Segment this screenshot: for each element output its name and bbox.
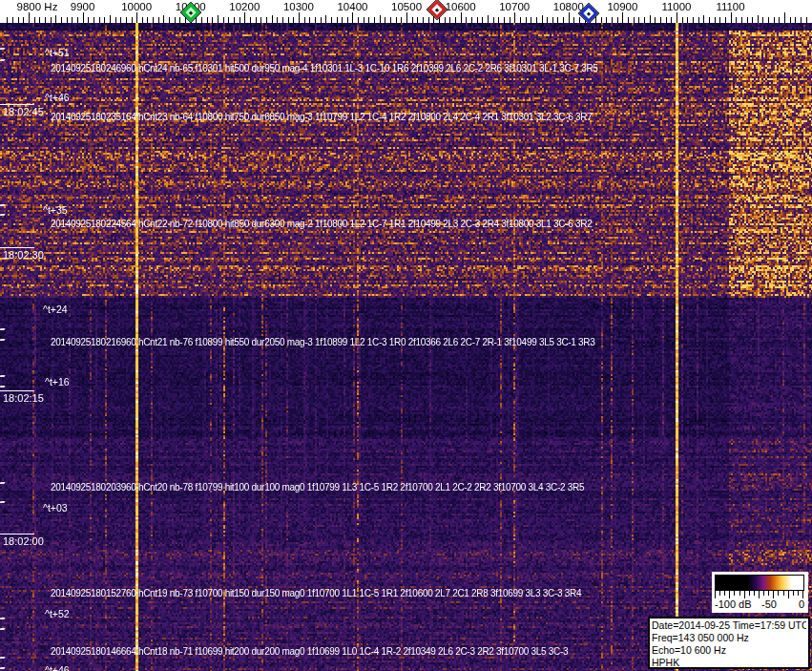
time-tick-line <box>0 247 34 248</box>
info-freq-line: Freq=143 050 000 Hz <box>652 632 806 644</box>
db-ruler-tick <box>754 591 755 596</box>
db-ruler-tick <box>778 591 779 596</box>
time-tick-line <box>0 104 34 105</box>
db-ruler-tick <box>729 591 730 598</box>
db-label-min: -100 dB <box>715 598 752 610</box>
event-data-line: 20140925180246960 hCnt24 nb-65 f10301 hi… <box>51 63 598 73</box>
db-ruler-tick <box>802 591 803 598</box>
event-time-marker: ^t+24 <box>43 304 68 315</box>
db-ruler-tick <box>759 591 760 598</box>
color-gradient-bar <box>715 575 804 591</box>
event-data-line: 20140925180203960 hCnt20 nb-78 f10799 hi… <box>51 482 584 493</box>
time-axis-label: 18:02:00 <box>3 535 44 547</box>
event-data-line: 20140925180146664 hCnt18 nb-71 f10699 hi… <box>51 646 568 657</box>
meteor-spectrogram-app: 9800 Hz990010000101001020010300104001050… <box>0 0 812 671</box>
event-time-marker: ^t+51 <box>45 47 70 58</box>
info-station-id: HPHK <box>652 657 806 669</box>
db-ruler-tick <box>719 591 720 596</box>
time-axis-label: 18:02:45 <box>3 106 44 117</box>
db-ruler-tick <box>744 591 745 598</box>
info-date-line: Date=2014-09-25 Time=17:59 UTC <box>652 619 806 632</box>
db-ruler-tick <box>763 591 764 596</box>
db-ruler-tick <box>793 591 794 596</box>
event-data-line: 20140925180152760 hCnt19 nb-73 f10700 hi… <box>51 588 581 598</box>
spectrogram-waterfall-canvas[interactable] <box>0 0 812 671</box>
event-time-marker: ^t+52 <box>45 608 70 619</box>
db-label-max: 0 <box>799 598 804 610</box>
event-data-line: 20140925180224564 hCnt22 nb-72 f10800 hi… <box>51 219 593 229</box>
time-axis-label: 18:02:15 <box>3 392 44 404</box>
db-ruler-tick <box>749 591 750 596</box>
event-time-marker: ^t+35 <box>43 204 68 216</box>
db-ruler-tick <box>739 591 740 596</box>
db-ruler-tick <box>783 591 784 596</box>
event-time-marker: ^t+46 <box>45 664 70 671</box>
db-ruler-tick <box>715 591 716 598</box>
event-time-marker: ^t+16 <box>45 376 70 388</box>
db-scale-legend: -100 dB -50 0 <box>712 572 808 613</box>
db-ruler-tick <box>734 591 735 596</box>
db-scale-ruler <box>715 591 804 598</box>
db-ruler-tick <box>798 591 799 596</box>
event-time-marker: ^t+46 <box>45 92 70 103</box>
info-echo-line: Echo=10 600 Hz <box>652 644 806 657</box>
time-axis-label: 18:02:30 <box>3 249 44 261</box>
db-ruler-tick <box>724 591 725 596</box>
db-ruler-tick <box>768 591 769 596</box>
db-ruler-tick <box>788 591 789 598</box>
time-tick-line <box>0 534 34 535</box>
time-tick-line <box>0 390 34 391</box>
event-time-marker: ^t+03 <box>43 502 68 514</box>
db-label-mid: -50 <box>761 598 777 610</box>
event-data-line: 20140925180216960 hCnt21 nb-76 f10899 hi… <box>51 337 595 347</box>
db-ruler-tick <box>773 591 774 598</box>
db-scale-labels: -100 dB -50 0 <box>712 598 808 612</box>
status-info-box: Date=2014-09-25 Time=17:59 UTC Freq=143 … <box>648 617 810 669</box>
event-data-line: 20140925180235164 hCnt23 nb-64 f10800 hi… <box>51 112 593 122</box>
